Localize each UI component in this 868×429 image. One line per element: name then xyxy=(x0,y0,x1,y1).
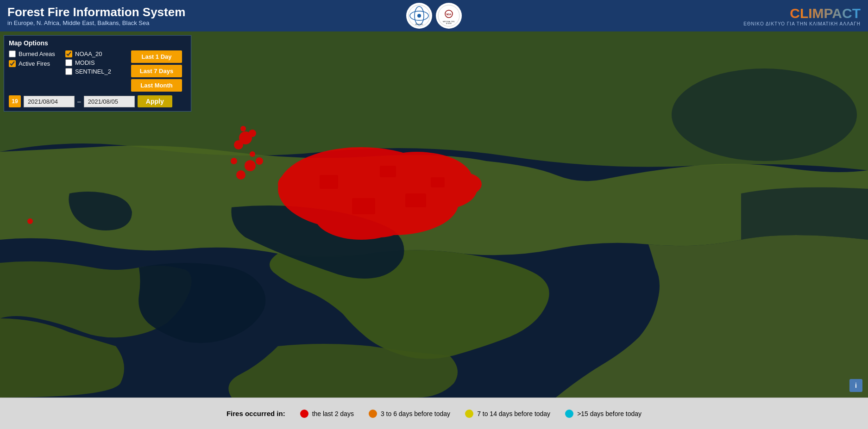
time-buttons-column: Last 1 Day Last 7 Days Last Month xyxy=(131,50,182,92)
svg-point-21 xyxy=(357,214,403,237)
layers-column: Burned Areas Active Fires xyxy=(9,50,60,67)
modis-label: MODIS xyxy=(75,59,95,66)
fires-occurred-label: Fires occurred in: xyxy=(226,410,285,417)
map-options-panel: Map Options Burned Areas Active Fires NO… xyxy=(4,35,191,112)
last-1-day-button[interactable]: Last 1 Day xyxy=(131,50,182,63)
active-fires-checkbox[interactable] xyxy=(9,60,16,67)
beyond-logo: BEYOND xyxy=(406,3,432,29)
burned-areas-checkbox[interactable] xyxy=(9,50,16,57)
svg-point-11 xyxy=(672,68,857,161)
last-7-days-button[interactable]: Last 7 Days xyxy=(131,65,182,77)
legend-label-yellow: 7 to 14 days before today xyxy=(477,410,550,417)
climpact-block: CLIMPACT ΕΘΝΙΚΟ ΔΙΚΤΥΟ ΓΙΑ ΤΗΝ ΚΛΙΜΑΤΙΚΗ… xyxy=(743,6,861,26)
date-to-input[interactable] xyxy=(84,96,135,107)
burned-areas-label: Burned Areas xyxy=(19,50,55,57)
svg-text:ATHENS: ATHENS xyxy=(446,23,452,25)
app-subtitle: in Europe, N. Africa, Middle East, Balka… xyxy=(7,19,185,26)
map-container[interactable]: Map Options Burned Areas Active Fires NO… xyxy=(0,31,868,398)
date-from-input[interactable] xyxy=(24,96,75,107)
active-fires-label: Active Fires xyxy=(19,60,50,67)
svg-point-30 xyxy=(249,130,256,137)
svg-point-3 xyxy=(417,14,421,18)
legend-item-yellow: 7 to 14 days before today xyxy=(465,410,550,418)
svg-point-18 xyxy=(371,154,426,187)
legend-item-red: the last 2 days xyxy=(300,410,354,418)
svg-point-23 xyxy=(236,170,245,180)
sentinel2-label: SENTINEL_2 xyxy=(75,68,111,75)
climpact-subtitle: ΕΘΝΙΚΟ ΔΙΚΤΥΟ ΓΙΑ ΤΗΝ ΚΛΙΜΑΤΙΚΗ ΑΛΛΑΓΗ xyxy=(743,21,861,26)
legend-dot-red xyxy=(300,410,308,418)
svg-rect-36 xyxy=(431,177,445,187)
date-separator: – xyxy=(77,98,81,105)
noaa20-label: NOAA_20 xyxy=(75,50,102,57)
svg-rect-33 xyxy=(352,198,375,214)
svg-point-25 xyxy=(231,158,237,164)
svg-rect-32 xyxy=(320,175,338,189)
map-options-title: Map Options xyxy=(9,39,186,47)
svg-rect-34 xyxy=(380,166,396,177)
modis-checkbox[interactable] xyxy=(65,59,72,66)
last-month-button[interactable]: Last Month xyxy=(131,79,182,92)
svg-point-24 xyxy=(256,157,263,165)
svg-point-27 xyxy=(27,218,33,224)
climpact-title: CLIMPACT xyxy=(743,6,861,21)
legend-item-orange: 3 to 6 days before today xyxy=(369,410,450,418)
calendar-icon[interactable]: 19 xyxy=(9,95,21,107)
options-main-row: Burned Areas Active Fires NOAA_20 MODIS xyxy=(9,50,186,92)
legend-label-cyan: >15 days before today xyxy=(577,410,642,417)
modis-sensor[interactable]: MODIS xyxy=(65,59,126,66)
svg-point-19 xyxy=(278,170,324,198)
svg-point-29 xyxy=(234,140,243,149)
footer: Fires occurred in: the last 2 days 3 to … xyxy=(0,398,868,429)
app-title-block: Forest Fire Information System in Europe… xyxy=(7,5,185,26)
app-header: Forest Fire Information System in Europe… xyxy=(0,0,868,31)
date-row: 19 – Apply xyxy=(9,95,186,107)
noaa20-sensor[interactable]: NOAA_20 xyxy=(65,50,126,57)
noa-logo: NOA NATIONAL OBS. ATHENS xyxy=(436,3,462,29)
legend-label-orange: 3 to 6 days before today xyxy=(381,410,450,417)
svg-rect-35 xyxy=(405,193,426,207)
header-logos: BEYOND NOA NATIONAL OBS. ATHENS xyxy=(406,3,462,29)
info-button[interactable]: i xyxy=(849,379,862,392)
sentinel2-checkbox[interactable] xyxy=(65,68,72,75)
legend-dot-yellow xyxy=(465,410,473,418)
active-fires-layer[interactable]: Active Fires xyxy=(9,60,60,67)
svg-point-22 xyxy=(245,160,256,171)
svg-point-26 xyxy=(250,151,255,157)
apply-button[interactable]: Apply xyxy=(138,95,172,107)
sentinel2-sensor[interactable]: SENTINEL_2 xyxy=(65,68,126,75)
noaa20-checkbox[interactable] xyxy=(65,50,72,57)
svg-text:BEYOND: BEYOND xyxy=(415,23,423,25)
svg-text:NOA: NOA xyxy=(446,13,452,16)
sensors-column: NOAA_20 MODIS SENTINEL_2 xyxy=(65,50,126,75)
burned-areas-layer[interactable]: Burned Areas xyxy=(9,50,60,57)
legend-item-cyan: >15 days before today xyxy=(565,410,642,418)
svg-point-31 xyxy=(240,126,246,131)
svg-point-20 xyxy=(445,173,482,196)
legend-dot-cyan xyxy=(565,410,573,418)
legend-dot-orange xyxy=(369,410,377,418)
legend-label-red: the last 2 days xyxy=(312,410,354,417)
app-title: Forest Fire Information System xyxy=(7,5,185,19)
